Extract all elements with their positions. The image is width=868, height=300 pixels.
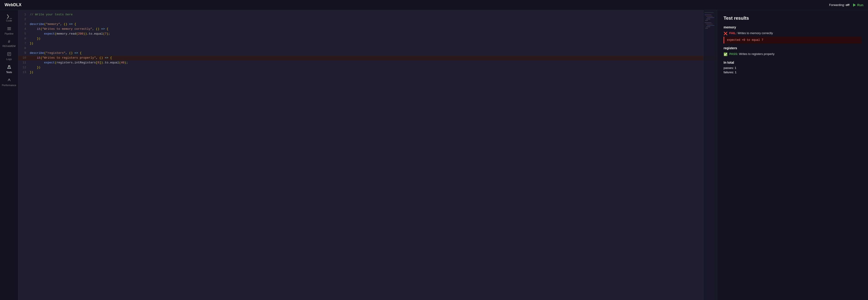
line-number: 9 xyxy=(18,51,30,56)
line-number: 6 xyxy=(18,36,30,41)
code-line: 11 expect(registers.intRegisters[6]).to.… xyxy=(18,60,717,65)
forwarding-status: Forwarding: off xyxy=(829,3,849,7)
code-line: 2 xyxy=(18,17,717,22)
svg-rect-17 xyxy=(707,25,714,26)
sidebar-item-label: Performance xyxy=(2,84,16,87)
line-number: 7 xyxy=(18,41,30,46)
run-label: Run xyxy=(857,3,863,7)
results-title: Test results xyxy=(723,16,862,21)
topbar-right: Forwarding: off Run xyxy=(829,3,863,7)
svg-rect-18 xyxy=(706,27,710,27)
sidebar-item-label: Logs xyxy=(6,58,12,60)
line-number: 8 xyxy=(18,46,30,51)
sidebar-item-code[interactable]: ❯_ Code xyxy=(1,12,18,24)
line-content: }) xyxy=(30,65,717,70)
svg-rect-19 xyxy=(705,28,708,28)
main-layout: ❯_ Code Pipeline # REG&MEM xyxy=(0,10,868,300)
code-line: 1 // Write your tests here xyxy=(18,12,717,17)
editor-area: 1 // Write your tests here 2 3 describe(… xyxy=(18,10,717,300)
code-editor[interactable]: 1 // Write your tests here 2 3 describe(… xyxy=(18,10,717,300)
line-content: describe("memory", () => { xyxy=(30,22,717,27)
line-number: 11 xyxy=(18,60,30,65)
line-content: describe("registers", () => { xyxy=(30,51,717,56)
performance-icon xyxy=(7,78,11,83)
line-content: expect(memory.read(200)).to.equal(7); xyxy=(30,32,717,36)
line-content: it("Writes to registers properly", () =>… xyxy=(30,56,717,60)
pass-icon: ✅ xyxy=(723,53,727,56)
svg-rect-10 xyxy=(705,14,711,15)
code-line: 7 }) xyxy=(18,41,717,46)
test-section-name: memory xyxy=(723,25,862,29)
svg-rect-9 xyxy=(705,12,714,13)
line-content xyxy=(30,46,717,51)
svg-rect-1 xyxy=(7,28,11,29)
line-content: expect(registers.intRegisters[6]).to.equ… xyxy=(30,60,717,65)
sidebar-item-label: REG&MEM xyxy=(2,44,16,48)
sidebar-item-logs[interactable]: Logs xyxy=(1,50,18,62)
svg-rect-12 xyxy=(707,18,714,18)
svg-point-8 xyxy=(9,67,9,68)
code-line: 5 expect(memory.read(200)).to.equal(7); xyxy=(18,32,717,36)
line-content: }) xyxy=(30,70,717,75)
hash-icon: # xyxy=(8,40,10,44)
line-number: 13 xyxy=(18,70,30,75)
test-item-pass: ✅ PASS: Writes to registers properly xyxy=(723,52,862,56)
sidebar-item-label: Code xyxy=(6,19,12,22)
fail-detail: expected +0 to equal 7 xyxy=(723,37,862,43)
terminal-icon: ❯_ xyxy=(6,14,12,18)
code-line: 10 it("Writes to registers properly", ()… xyxy=(18,56,717,60)
code-line: 9 describe("registers", () => { xyxy=(18,51,717,56)
line-content: }) xyxy=(30,41,717,46)
test-label: PASS: Writes to registers properly xyxy=(729,52,774,56)
code-line: 13 }) xyxy=(18,70,717,75)
sidebar-item-regmem[interactable]: # REG&MEM xyxy=(1,38,18,49)
sidebar-item-pipeline[interactable]: Pipeline xyxy=(1,25,18,37)
code-line: 6 }) xyxy=(18,36,717,41)
svg-rect-0 xyxy=(7,27,11,28)
svg-rect-15 xyxy=(705,23,711,23)
minimap xyxy=(703,10,717,300)
test-section-registers: registers ✅ PASS: Writes to registers pr… xyxy=(723,46,862,56)
pipeline-icon xyxy=(7,27,11,31)
code-line: 3 describe("memory", () => { xyxy=(18,22,717,27)
topbar: WebDLX Forwarding: off Run xyxy=(0,0,868,10)
line-number: 12 xyxy=(18,65,30,70)
code-line: 4 it("Writes to memory correctly", () =>… xyxy=(18,27,717,32)
test-label: FAIL: Writes to memory correctly xyxy=(729,31,773,35)
svg-rect-2 xyxy=(7,30,11,30)
test-section-memory: memory ❌ FAIL: Writes to memory correctl… xyxy=(723,25,862,43)
line-number: 3 xyxy=(18,22,30,27)
line-number: 5 xyxy=(18,32,30,36)
passes-row: passes: 1 xyxy=(723,66,862,70)
test-item-fail: ❌ FAIL: Writes to memory correctly xyxy=(723,31,862,35)
svg-rect-14 xyxy=(705,20,708,21)
line-content: // Write your tests here xyxy=(30,12,717,17)
svg-rect-16 xyxy=(706,24,713,24)
code-line: 8 xyxy=(18,46,717,51)
tests-icon xyxy=(7,65,11,70)
line-content: }) xyxy=(30,36,717,41)
svg-rect-11 xyxy=(706,16,713,17)
code-line: 12 }) xyxy=(18,65,717,70)
fail-icon: ❌ xyxy=(723,32,727,35)
logs-icon xyxy=(7,52,11,57)
sidebar-item-performance[interactable]: Performance xyxy=(1,76,18,88)
line-number: 4 xyxy=(18,27,30,32)
app-logo: WebDLX xyxy=(5,2,22,7)
test-section-name: registers xyxy=(723,46,862,50)
sidebar-item-label: Pipeline xyxy=(5,32,13,35)
failures-row: failures: 1 xyxy=(723,70,862,74)
sidebar-item-tests[interactable]: Tests xyxy=(1,63,18,76)
svg-rect-13 xyxy=(706,19,710,19)
line-number: 10 xyxy=(18,56,30,60)
run-button[interactable]: Run xyxy=(853,3,863,7)
play-icon xyxy=(853,3,856,7)
sidebar-item-label: Tests xyxy=(6,71,12,73)
line-content: it("Writes to memory correctly", () => { xyxy=(30,27,717,32)
sidebar: ❯_ Code Pipeline # REG&MEM xyxy=(0,10,18,300)
in-total-title: In total xyxy=(723,61,862,64)
in-total-section: In total passes: 1 failures: 1 xyxy=(723,61,862,74)
line-content xyxy=(30,17,717,22)
results-panel: Test results memory ❌ FAIL: Writes to me… xyxy=(717,10,868,300)
line-number: 2 xyxy=(18,17,30,22)
